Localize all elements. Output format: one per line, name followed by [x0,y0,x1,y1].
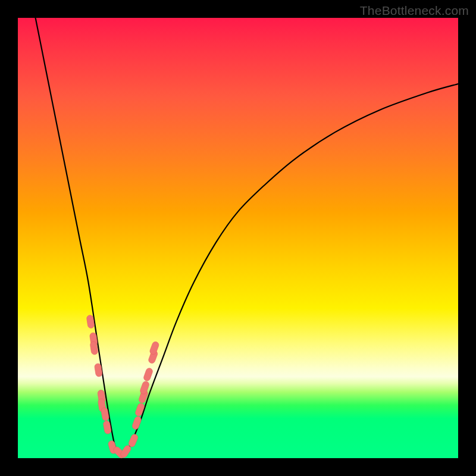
watermark-text: TheBottleneck.com [360,4,469,18]
curve-marker [131,416,142,430]
chart-frame: TheBottleneck.com [0,0,476,476]
curve-marker [149,341,159,355]
curve-marker [139,380,150,394]
curve-path [36,18,458,455]
curve-marker [128,433,139,448]
bottleneck-curve [36,18,458,455]
chart-svg [18,18,458,458]
chart-plot-area [18,18,458,458]
curve-marker [143,367,154,381]
